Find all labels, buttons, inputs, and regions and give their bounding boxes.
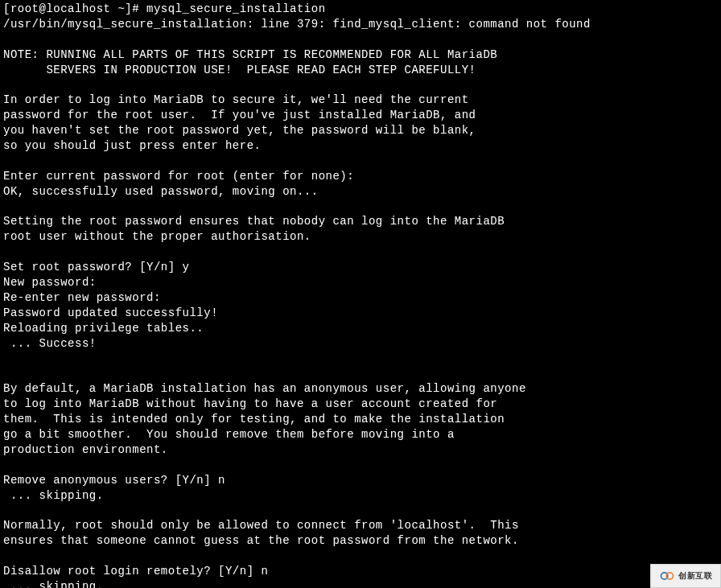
terminal-line: Enter current password for root (enter f… — [3, 169, 718, 184]
terminal-line: Remove anonymous users? [Y/n] n — [3, 473, 718, 488]
terminal-line — [3, 199, 718, 215]
watermark-badge: 创新互联 — [650, 564, 721, 588]
terminal-line: to log into MariaDB without having to ha… — [3, 397, 718, 412]
terminal-line — [3, 77, 718, 93]
terminal-line — [3, 458, 718, 473]
terminal-line: /usr/bin/mysql_secure_installation: line… — [3, 17, 718, 32]
terminal-line: Normally, root should only be allowed to… — [3, 518, 718, 533]
terminal-line — [3, 549, 718, 564]
terminal-line: NOTE: RUNNING ALL PARTS OF THIS SCRIPT I… — [3, 47, 718, 63]
terminal-line: In order to log into MariaDB to secure i… — [3, 93, 718, 108]
terminal-line: Disallow root login remotely? [Y/n] n — [3, 564, 718, 579]
terminal-line: New password: — [3, 275, 718, 290]
terminal-line — [3, 366, 718, 381]
terminal-line: By default, a MariaDB installation has a… — [3, 381, 718, 397]
watermark-logo-icon — [659, 568, 675, 584]
terminal-line: you haven't set the root password yet, t… — [3, 123, 718, 138]
terminal-line: [root@localhost ~]# mysql_secure_install… — [3, 2, 718, 17]
terminal-line: so you should just press enter here. — [3, 138, 718, 154]
terminal-line: Set root password? [Y/n] y — [3, 260, 718, 275]
watermark-text: 创新互联 — [678, 570, 712, 582]
terminal-line: Password updated successfully! — [3, 306, 718, 321]
terminal-line: SERVERS IN PRODUCTION USE! PLEASE READ E… — [3, 63, 718, 78]
terminal-line: ... skipping. — [3, 488, 718, 504]
terminal-line: Re-enter new password: — [3, 290, 718, 306]
terminal-line — [3, 351, 718, 366]
terminal-line: Reloading privilege tables.. — [3, 321, 718, 336]
terminal-line: ensures that someone cannot guess at the… — [3, 533, 718, 549]
terminal-line: them. This is intended only for testing,… — [3, 412, 718, 427]
terminal-line: ... Success! — [3, 336, 718, 352]
terminal-line: OK, successfully used password, moving o… — [3, 184, 718, 199]
terminal-line: go a bit smoother. You should remove the… — [3, 427, 718, 442]
terminal-line: root user without the proper authorisati… — [3, 229, 718, 245]
terminal-line — [3, 503, 718, 518]
terminal-line — [3, 154, 718, 169]
terminal-line: ... skipping. — [3, 579, 718, 588]
terminal-output[interactable]: [root@localhost ~]# mysql_secure_install… — [3, 2, 718, 588]
terminal-line: production environment. — [3, 442, 718, 458]
terminal-line — [3, 32, 718, 47]
terminal-line — [3, 245, 718, 260]
terminal-line: password for the root user. If you've ju… — [3, 108, 718, 123]
terminal-line: Setting the root password ensures that n… — [3, 214, 718, 229]
